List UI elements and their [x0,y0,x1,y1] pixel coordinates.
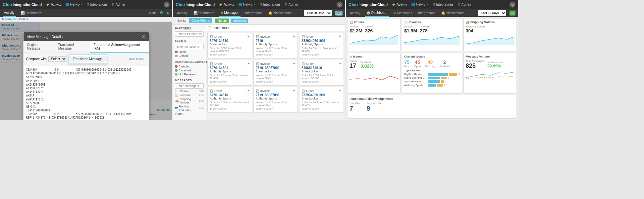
nav-admin-1[interactable]: ⚙ Admin [112,3,125,6]
orders-count-block: Orders 326 [365,25,373,33]
orders-amount: $2.3M [349,28,362,33]
card-time-1: Today 2:30 pm [256,53,296,56]
ack-rejected[interactable]: Rejected [175,65,204,68]
nav-admin-3[interactable]: ⚙ Admin [457,3,471,6]
nav-avatar-3[interactable]: U [510,2,515,8]
card-time-6: Today 2:30 pm [210,107,250,110]
view-order-link[interactable]: View Order... [129,58,146,61]
card-type-4: 📋 Invoice ⚑ [256,62,296,65]
shipping-icon: 🚚 [175,99,179,102]
dropdown-suggestion: Translated Message [69,54,107,64]
sub-notifications-2[interactable]: 🔔 Notifications [267,9,293,17]
more-link[interactable]: more... [175,112,204,115]
sub-messages-2[interactable]: ✉ Messages [219,9,241,17]
card-type-0: 📋 Order ⚑ [210,35,250,38]
card-time-4: Today 2:30 pm [256,80,296,83]
nav-avatar-2[interactable]: U [337,2,343,8]
modal-tab-translated[interactable]: Translated Message [55,41,90,53]
notifications-icon-3: 🔔 [441,11,445,15]
card-time-3: Today 2:30 pm [210,80,250,83]
date-range-2[interactable]: Last 30 Days [304,10,332,16]
sub-integrations-2[interactable]: Integrations [244,9,264,17]
date-range-3[interactable]: Last 30 Days [478,10,506,16]
sub-activity-3[interactable]: Activity [349,9,362,17]
card-item-3[interactable]: 📋 Order ⚑ 3476134501 Authority Sports Or… [207,60,252,86]
msg-invoices[interactable]: 📋 Invoices 214 [175,94,204,97]
messages-icon-2: ✉ [221,11,223,15]
nav-integrations-3[interactable]: ⚙ Integrations [432,3,454,6]
nav-network-1[interactable]: 🌐 Network [65,3,82,6]
partner-name-1: Rick's Sporting Goods [404,76,427,79]
nav-bar-3: Cleo IntegrationCloud ⚡ Activity 🌐 Netwo… [346,0,518,9]
partner-inbound-bar-0 [428,73,448,76]
issues-pct-label: % Issues [360,60,374,63]
card-item-0[interactable]: 📋 Order ⚑ 3476134510 Shoe Locker Order f… [207,33,252,59]
nav-integrations-2[interactable]: ⚙ Integrations [259,3,281,6]
sidebar-filters: Partners Issues Open Closed [173,25,206,120]
clear-filters-btn[interactable]: Clear Filters [189,18,212,23]
breadcrumb-messages[interactable]: Messages [2,18,16,21]
modal-tab-original[interactable]: Original Message [24,41,55,53]
sub-nav-dashboard-1[interactable]: 📊 Dashboard [19,9,43,17]
nav-activity-1[interactable]: ⚡ Activity [46,3,61,6]
msg-routing[interactable]: 🗺 Routing Instruct... 754 [175,105,204,111]
invoices-card-title: 📄 Invoices [404,20,459,24]
sub-dashboard-3[interactable]: 🏠 Dashboard [365,9,389,17]
nav-activity-3[interactable]: ⚡ Activity [392,3,407,6]
card-type-6: 📋 Order ⚑ [210,89,250,93]
compare-select[interactable]: Select [48,56,67,62]
logo-cleo-2: Cleo [176,2,185,7]
outbound-btn[interactable]: Outbound [231,19,248,23]
breadcrumb-orders[interactable]: Orders [19,18,28,21]
msg-orders[interactable]: 📄 Orders 648 [175,90,204,93]
modal-tab-fa[interactable]: Functional Acknowledgement (FA) [90,41,149,53]
nav-avatar-1[interactable]: U [164,2,170,8]
ack-received[interactable]: Received [175,69,204,72]
card-item-1[interactable]: 📋 Invoice ⚑ 2719 Authority Sports Invoic… [253,33,298,59]
msg-type-list: 📄 Orders 648 📋 Invoices 214 🚚 Shipping N… [175,90,204,115]
sub-dashboard-2[interactable]: 📊 Dashboard [192,9,216,17]
partner-search-input[interactable] [175,31,204,37]
msg-type-input[interactable] [175,83,204,89]
nav-admin-2[interactable]: ⚙ Admin [285,3,298,6]
issues-label: Issues [175,39,204,43]
sub-notifications-3[interactable]: 🔔 Notifications [440,9,465,17]
card-item-8[interactable]: 📋 Order ⚑ 3329340501901 Shoe Locker Orde… [299,87,344,113]
sub-integrations-3[interactable]: Integrations [417,9,437,17]
nav-network-2[interactable]: 🌐 Network [238,3,255,6]
inbound-btn[interactable]: Inbound [215,19,230,23]
partner-outbound-bar-0 [449,73,457,76]
modal-close-icon[interactable]: ✕ [141,34,145,39]
logo-ic-3: IntegrationCloud [358,3,388,7]
sub-messages-3[interactable]: ✉ Messages [392,9,414,17]
status-open[interactable]: Open [175,50,204,54]
msg-shipping[interactable]: 🚚 Shipping Notices 118 [175,98,204,104]
card-item-2[interactable]: 📋 Order ⚑ 3329340501901 Authority Sports… [299,33,344,59]
ack-not-received[interactable]: Not Received [175,73,204,76]
sub-nav-activity-1[interactable]: Activity [3,9,16,17]
check-btn-3[interactable]: ✓ [510,11,515,16]
card-item-5[interactable]: 📋 Order ⚑ 34968184910 Shoe Locker Order … [299,60,344,86]
status-closed[interactable]: Closed [175,54,204,58]
card-time-5: Today 2:30 pm [301,80,342,83]
nav-integrations-1[interactable]: ⚙ Integrations [86,3,108,6]
breadcrumb-1: Messages > Orders [0,17,172,22]
card-company-3: Authority Sports [210,70,250,73]
card-item-4[interactable]: 📋 Invoice ⚑ 2719135067091 Shoe Locker In… [253,60,298,86]
play-btn-1[interactable]: ▶ [167,11,170,15]
dropdown-item-translated[interactable]: Translated Message [69,56,107,62]
pct-success-val: 99.99% [487,64,503,68]
card-item-6[interactable]: 📋 Order ⚑ 3476134510 Authority Sports Or… [207,87,252,113]
nav-bar-1: Cleo IntegrationCloud ⚡ Activity 🌐 Netwo… [0,0,172,9]
nav-logo-1: Cleo IntegrationCloud [3,2,42,7]
nav-activity-2[interactable]: ⚡ Activity [219,3,234,6]
calendar-btn-2[interactable]: 📅 [335,11,343,16]
issue-id-input[interactable] [175,44,204,49]
settings-btn-1[interactable]: ⚙ [160,11,163,15]
nav-network-3[interactable]: 🌐 Network [411,3,428,6]
svg-marker-0 [349,35,398,45]
orders-card: 📋 Orders Amount $2.3M Orders 326 [347,18,401,51]
partner-bar-0: Big-Box Retail 5 [404,73,459,76]
card-item-7[interactable]: 📋 Invoice ⚑ 2719135067091 Authority Spor… [253,87,298,113]
sub-activity-2[interactable]: Activity [176,9,189,17]
